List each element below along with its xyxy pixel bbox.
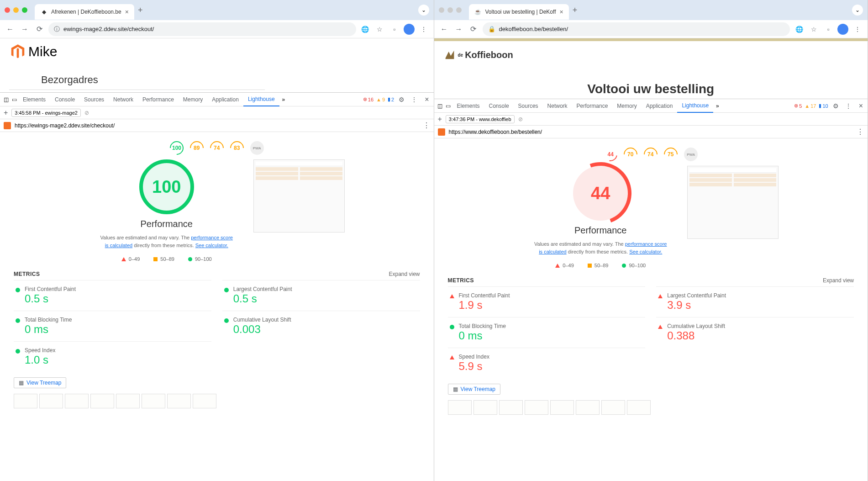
reload-button[interactable]: ⟳	[34, 24, 45, 35]
settings-icon[interactable]: ⚙	[397, 96, 406, 103]
site-info-icon[interactable]: ⓘ	[54, 25, 60, 33]
filmstrip-frame[interactable]	[448, 400, 472, 415]
close-window-button[interactable]	[439, 7, 444, 13]
final-screenshot[interactable]	[253, 159, 345, 233]
tab-console[interactable]: Console	[50, 93, 79, 106]
tab-sources[interactable]: Sources	[514, 99, 543, 113]
score-performance[interactable]: 44	[601, 145, 620, 164]
tab-memory[interactable]: Memory	[612, 99, 641, 113]
settings-icon[interactable]: ⚙	[831, 102, 841, 110]
tab-network[interactable]: Network	[109, 93, 138, 106]
tab-lighthouse[interactable]: Lighthouse	[677, 99, 713, 113]
warning-count[interactable]: ▲ 9	[376, 97, 385, 102]
maximize-window-button[interactable]	[22, 7, 27, 13]
tab-elements[interactable]: Elements	[452, 99, 484, 113]
site-logo[interactable]: Mike	[9, 43, 425, 60]
filmstrip-frame[interactable]	[525, 400, 548, 415]
expand-view-button[interactable]: Expand view	[389, 271, 420, 277]
menu-icon[interactable]: ⋮	[418, 24, 429, 35]
clear-icon[interactable]: ⊘	[518, 116, 523, 122]
metric-item[interactable]: First Contentful Paint1.9 s	[448, 286, 646, 317]
metric-item[interactable]: Speed Index1.0 s	[14, 341, 211, 372]
filmstrip-frame[interactable]	[167, 394, 191, 408]
lock-icon[interactable]: 🔒	[488, 26, 495, 32]
close-devtools-icon[interactable]: ×	[422, 95, 431, 104]
error-count[interactable]: ⊗ 16	[363, 96, 374, 102]
tab-performance[interactable]: Performance	[138, 93, 179, 106]
new-tab-button[interactable]: +	[573, 5, 578, 15]
filmstrip-frame[interactable]	[473, 400, 497, 415]
error-count[interactable]: ⊗ 5	[794, 103, 802, 109]
score-seo[interactable]: 83	[227, 138, 247, 158]
tab-application[interactable]: Application	[207, 93, 243, 106]
reload-button[interactable]: ⟳	[468, 24, 479, 35]
close-window-button[interactable]	[5, 7, 10, 13]
minimize-window-button[interactable]	[13, 7, 19, 13]
metric-item[interactable]: Largest Contentful Paint0.5 s	[222, 280, 420, 311]
profile-avatar[interactable]	[837, 24, 848, 35]
tab-network[interactable]: Network	[543, 99, 572, 113]
maximize-window-button[interactable]	[456, 7, 462, 13]
score-accessibility[interactable]: 70	[621, 145, 640, 164]
browser-tab[interactable]: ◆ Afrekenen | DeKoffieboon.be ×	[35, 4, 134, 20]
tab-search-button[interactable]: ⌄	[852, 5, 863, 16]
see-calculator-link[interactable]: See calculator.	[629, 249, 662, 254]
metric-item[interactable]: Total Blocking Time0 ms	[448, 317, 646, 348]
tab-sources[interactable]: Sources	[79, 93, 109, 106]
devtools-menu-icon[interactable]: ⋮	[409, 96, 419, 103]
metric-item[interactable]: Speed Index5.9 s	[448, 348, 646, 378]
clear-icon[interactable]: ⊘	[84, 110, 89, 116]
panel-icon[interactable]: ▫	[389, 24, 400, 35]
menu-icon[interactable]: ⋮	[852, 24, 863, 35]
new-report-button[interactable]: +	[4, 109, 8, 117]
new-tab-button[interactable]: +	[138, 5, 143, 15]
filmstrip-frame[interactable]	[576, 400, 600, 415]
report-select[interactable]: 3:47:36 PM - www.dekoffieb	[446, 115, 515, 123]
translate-icon[interactable]: 🌐	[360, 24, 371, 35]
metric-item[interactable]: Largest Contentful Paint3.9 s	[656, 286, 854, 317]
info-count[interactable]: ▮ 10	[819, 103, 828, 109]
address-bar[interactable]: 🔒 dekoffieboon.be/bestellen/	[483, 22, 790, 36]
see-calculator-link[interactable]: See calculator.	[195, 243, 228, 248]
panel-icon[interactable]: ▫	[823, 24, 834, 35]
score-performance[interactable]: 100	[167, 138, 186, 158]
profile-avatar[interactable]	[404, 24, 415, 35]
score-best-practices[interactable]: 74	[641, 145, 660, 164]
score-pwa[interactable]: PWA	[684, 148, 698, 161]
bookmark-icon[interactable]: ☆	[374, 24, 385, 35]
tab-console[interactable]: Console	[484, 99, 514, 113]
minimize-window-button[interactable]	[447, 7, 453, 13]
back-button[interactable]: ←	[5, 24, 16, 35]
info-count[interactable]: ▮ 2	[388, 96, 394, 102]
score-pwa[interactable]: PWA	[250, 141, 264, 155]
metric-item[interactable]: Cumulative Layout Shift0.388	[656, 317, 854, 348]
filmstrip-frame[interactable]	[550, 400, 574, 415]
filmstrip-frame[interactable]	[499, 400, 523, 415]
view-treemap-button[interactable]: ▦View Treemap	[14, 377, 66, 388]
back-button[interactable]: ←	[439, 24, 450, 35]
score-best-practices[interactable]: 74	[207, 138, 226, 158]
browser-tab[interactable]: ☕ Voltooi uw bestelling | DeKoff ×	[469, 4, 569, 20]
device-toolbar-icon[interactable]: ▭	[444, 102, 452, 110]
filmstrip-frame[interactable]	[90, 394, 114, 408]
close-tab-icon[interactable]: ×	[560, 8, 563, 16]
metric-item[interactable]: Cumulative Layout Shift0.003	[222, 311, 420, 341]
more-tabs-icon[interactable]: »	[279, 96, 288, 103]
devtools-menu-icon[interactable]: ⋮	[843, 102, 853, 110]
close-devtools-icon[interactable]: ×	[856, 102, 866, 110]
tab-memory[interactable]: Memory	[179, 93, 207, 106]
filmstrip-frame[interactable]	[627, 400, 651, 415]
score-accessibility[interactable]: 89	[187, 138, 206, 158]
filmstrip-frame[interactable]	[601, 400, 625, 415]
report-select[interactable]: 3:45:58 PM - ewings-mage2	[11, 109, 81, 117]
tab-search-button[interactable]: ⌄	[418, 5, 429, 16]
tab-application[interactable]: Application	[642, 99, 678, 113]
report-menu-icon[interactable]: ⋮	[423, 121, 430, 130]
translate-icon[interactable]: 🌐	[794, 24, 805, 35]
filmstrip-frame[interactable]	[65, 394, 89, 408]
tab-performance[interactable]: Performance	[572, 99, 613, 113]
new-report-button[interactable]: +	[438, 115, 442, 123]
device-toolbar-icon[interactable]: ▭	[10, 95, 18, 104]
final-screenshot[interactable]	[687, 166, 779, 239]
forward-button[interactable]: →	[19, 24, 30, 35]
